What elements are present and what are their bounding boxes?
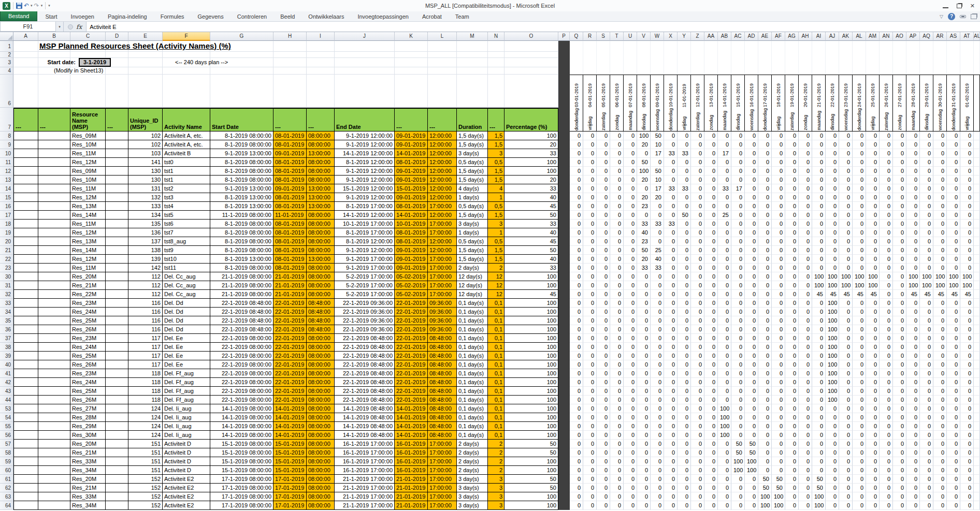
column-header-T[interactable]: T <box>610 32 624 41</box>
grid-value-cell[interactable]: 0 <box>772 281 785 290</box>
grid-value-cell[interactable]: 0 <box>839 431 853 440</box>
column-header-AT[interactable]: AT <box>960 32 974 41</box>
grid-value-cell[interactable]: 0 <box>772 325 785 334</box>
grid-value-cell[interactable]: 0 <box>785 176 799 184</box>
grid-value-cell[interactable]: 0 <box>785 167 799 176</box>
cell-end-date[interactable]: 16-1-2019 17:00:00 <box>335 440 395 448</box>
cell-end-date[interactable]: 22-1-2019 09:36:00 <box>335 308 395 316</box>
grid-value-cell[interactable]: 0 <box>880 369 893 378</box>
grid-value-cell[interactable]: 0 <box>866 431 880 440</box>
tab-formules[interactable]: Formules <box>154 12 191 21</box>
cell-end-time[interactable]: 12:00:00 <box>428 246 457 255</box>
grid-value-cell[interactable]: 0 <box>799 396 812 404</box>
grid-value-cell[interactable]: 0 <box>960 193 974 202</box>
grid-value-cell[interactable]: 0 <box>718 290 731 299</box>
cell-start-time[interactable]: 08:00:00 <box>307 492 335 501</box>
grid-value-cell[interactable]: 0 <box>920 255 933 264</box>
cell-unique-id[interactable]: 118 <box>128 387 163 396</box>
cell-percentage[interactable]: 20 <box>505 140 558 149</box>
cell-end-day[interactable]: 08-01-2019 <box>395 158 428 167</box>
empty-cell[interactable] <box>273 52 307 58</box>
cell-resource[interactable]: Res_33M <box>70 492 106 501</box>
table-header-cell[interactable]: Percentage (%) <box>505 108 558 132</box>
grid-value-cell[interactable]: 0 <box>758 264 772 272</box>
cell-activity[interactable]: tst11 <box>163 264 210 272</box>
grid-value-cell[interactable]: 0 <box>678 413 691 422</box>
empty-cell[interactable] <box>106 167 128 176</box>
cell-unique-id[interactable]: 135 <box>128 220 163 228</box>
grid-value-cell[interactable]: 0 <box>920 369 933 378</box>
grid-value-cell[interactable]: 0 <box>880 352 893 360</box>
grid-value-cell[interactable]: 0 <box>597 246 610 255</box>
empty-cell[interactable] <box>38 396 70 404</box>
row-number[interactable]: 39 <box>0 352 13 360</box>
cell-activity[interactable]: Del. Dd <box>163 316 210 325</box>
grid-value-cell[interactable]: 0 <box>920 264 933 272</box>
grid-value-cell[interactable]: 100 <box>826 334 839 343</box>
empty-cell[interactable] <box>826 67 839 75</box>
grid-value-cell[interactable]: 0 <box>933 360 947 369</box>
empty-cell[interactable] <box>210 67 273 75</box>
grid-value-cell[interactable]: 0 <box>933 387 947 396</box>
cell-activity[interactable]: Activiteit D <box>163 440 210 448</box>
cell-end-date[interactable]: 15-1-2019 12:00:00 <box>335 184 395 193</box>
grid-value-cell[interactable]: 0 <box>785 475 799 484</box>
grid-value-cell[interactable]: 0 <box>893 404 906 413</box>
grid-value-cell[interactable]: 0 <box>731 202 745 211</box>
empty-cell[interactable] <box>38 228 70 237</box>
grid-value-cell[interactable]: 0 <box>866 448 880 457</box>
cell-start-time[interactable]: 08:48:00 <box>307 316 335 325</box>
grid-value-cell[interactable]: 0 <box>583 475 597 484</box>
cell-end-day[interactable]: 14-01-2019 <box>395 149 428 158</box>
grid-value-cell[interactable]: 0 <box>880 299 893 308</box>
grid-value-cell[interactable]: 0 <box>866 220 880 228</box>
grid-value-cell[interactable]: 0 <box>570 255 583 264</box>
cell-start-date[interactable]: 8-1-2019 13:00:00 <box>210 255 273 264</box>
column-header-AH[interactable]: AH <box>799 32 812 41</box>
grid-value-cell[interactable]: 33 <box>678 149 691 158</box>
grid-value-cell[interactable]: 0 <box>597 343 610 352</box>
cell-end-day[interactable]: 22-01-2019 <box>395 308 428 316</box>
empty-cell[interactable] <box>13 457 38 466</box>
grid-value-cell[interactable]: 0 <box>866 193 880 202</box>
column-header-AD[interactable]: AD <box>745 32 758 41</box>
grid-value-cell[interactable]: 0 <box>933 413 947 422</box>
grid-value-cell[interactable]: 0 <box>704 431 718 440</box>
grid-value-cell[interactable]: 0 <box>799 360 812 369</box>
empty-cell[interactable] <box>785 67 799 75</box>
grid-value-cell[interactable]: 0 <box>583 325 597 334</box>
grid-value-cell[interactable]: 0 <box>893 484 906 492</box>
grid-value-cell[interactable]: 0 <box>583 484 597 492</box>
empty-cell[interactable] <box>106 492 128 501</box>
cell-end-date[interactable]: 14-1-2019 12:00:00 <box>335 149 395 158</box>
grid-value-cell[interactable]: 0 <box>758 176 772 184</box>
redo-dropdown-icon[interactable]: ▾ <box>41 4 43 8</box>
grid-value-cell[interactable]: 0 <box>718 369 731 378</box>
empty-cell[interactable] <box>38 308 70 316</box>
cell-end-date[interactable]: 5-2-2019 17:00:00 <box>335 290 395 299</box>
cell-end-day[interactable]: 22-01-2019 <box>395 325 428 334</box>
grid-value-cell[interactable]: 0 <box>678 316 691 325</box>
cell-end-time[interactable]: 08:48:00 <box>428 431 457 440</box>
cell-start-date[interactable]: 8-1-2019 13:00:00 <box>210 202 273 211</box>
cell-start-day[interactable]: 15-01-2019 <box>273 440 307 448</box>
grid-value-cell[interactable]: 0 <box>906 413 920 422</box>
cell-start-time[interactable]: 08:00:00 <box>307 422 335 431</box>
grid-value-cell[interactable]: 0 <box>678 501 691 510</box>
grid-value-cell[interactable]: 0 <box>799 132 812 140</box>
grid-value-cell[interactable]: 0 <box>933 140 947 149</box>
column-header-D[interactable]: D <box>106 32 128 41</box>
cell-unique-id[interactable]: 131 <box>128 184 163 193</box>
empty-cell[interactable] <box>106 431 128 440</box>
date-header-cell[interactable]: 26-01-2019 <box>880 75 893 108</box>
grid-value-cell[interactable]: 0 <box>678 299 691 308</box>
cell-start-date[interactable]: 14-1-2019 08:00:00 <box>210 413 273 422</box>
grid-value-cell[interactable]: 0 <box>799 184 812 193</box>
cell-end-time[interactable]: 09:36:00 <box>428 299 457 308</box>
cell-end-time[interactable]: 12:00:00 <box>428 158 457 167</box>
grid-value-cell[interactable]: 0 <box>906 140 920 149</box>
grid-value-cell[interactable]: 0 <box>933 237 947 246</box>
empty-cell[interactable] <box>960 41 974 52</box>
empty-cell[interactable] <box>395 58 428 67</box>
grid-value-cell[interactable]: 0 <box>610 334 624 343</box>
